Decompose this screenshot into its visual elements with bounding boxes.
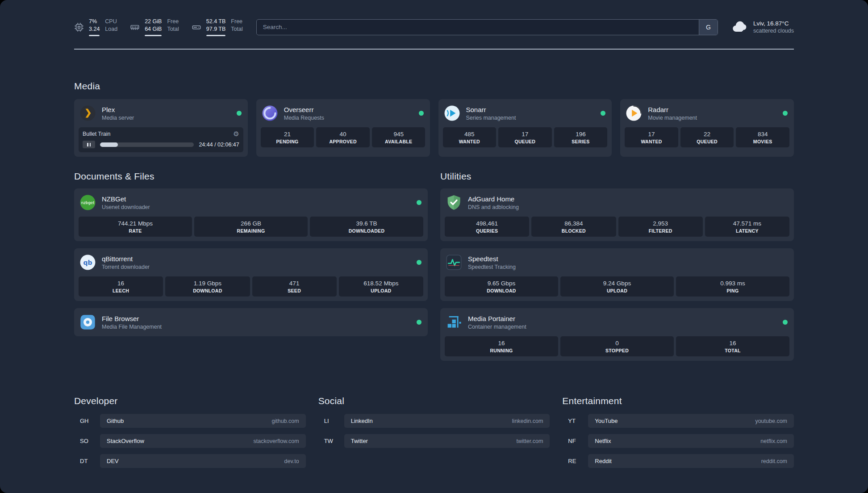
playback-progress-fill: [100, 142, 118, 147]
status-dot: [417, 200, 421, 205]
service-card-plex[interactable]: Plex Media server Bullet Train ⚙: [74, 99, 248, 157]
stat-ping: 0.993 ms PING: [676, 276, 789, 297]
stat-rate: 744.21 Mbps RATE: [79, 217, 192, 237]
bookmark-twitter[interactable]: TW Twitter twitter.com: [318, 434, 550, 448]
section-title-utilities: Utilities: [440, 171, 794, 182]
status-dot: [417, 260, 421, 265]
disk-total-label: Total: [231, 25, 242, 33]
memory-usage-bar: [145, 35, 162, 36]
bookmark-reddit[interactable]: RE Reddit reddit.com: [562, 454, 794, 468]
service-description: Media File Management: [102, 324, 162, 330]
stat-downloaded: 39.6 TB DOWNLOADED: [310, 217, 423, 237]
dashboard-page: 7% CPU 3.24 Load 22: [0, 0, 868, 493]
sonarr-icon: [444, 105, 460, 121]
service-card-sonarr[interactable]: Sonarr Series management 485 WANTED 17 Q…: [438, 99, 612, 157]
bookmark-abbr: DT: [74, 454, 100, 468]
cpu-load-label: Load: [105, 25, 117, 33]
stat-upload: 9.24 Gbps UPLOAD: [560, 276, 674, 297]
bookmark-group-entertainment: Entertainment YT YouTube youtube.com NF …: [562, 396, 794, 474]
stat-approved: 40 APPROVED: [316, 127, 370, 147]
topbar: 7% CPU 3.24 Load 22: [74, 0, 794, 36]
memory-free: 22 GiB: [145, 18, 162, 25]
cpu-label: CPU: [105, 18, 117, 25]
cloud-icon: [731, 20, 748, 35]
stat-pending: 21 PENDING: [261, 127, 314, 147]
service-name: qBittorrent: [102, 255, 150, 263]
stat-filtered: 2,953 FILTERED: [618, 217, 703, 237]
service-description: Movie management: [648, 115, 697, 121]
status-dot: [417, 320, 421, 325]
weather-location: Lviv, 16.87°C: [753, 20, 794, 27]
stat-remaining: 266 GB REMAINING: [194, 217, 308, 237]
disk-usage-bar: [206, 35, 226, 36]
service-description: Series management: [466, 115, 516, 121]
section-title-developer: Developer: [74, 396, 306, 406]
section-documents: Documents & Files nzbget: [74, 171, 428, 361]
bookmark-pill: LinkedIn linkedin.com: [344, 414, 550, 428]
status-dot: [783, 320, 788, 325]
service-name: Plex: [102, 106, 134, 113]
bookmark-group-social: Social LI LinkedIn linkedin.com TW Twitt…: [318, 396, 550, 474]
service-card-portainer[interactable]: Media Portainer Container management 16 …: [440, 308, 794, 361]
cpu-percent: 7%: [89, 18, 100, 25]
stat-total: 16 TOTAL: [676, 336, 789, 356]
bookmarks: Developer GH Github github.com SO StackO…: [74, 396, 794, 493]
gear-icon[interactable]: ⚙: [233, 130, 239, 137]
stat-leech: 16 LEECH: [79, 276, 163, 297]
service-card-nzbget[interactable]: nzbget NZBGet Usenet downloader 74: [74, 188, 428, 241]
header-divider: [74, 49, 794, 50]
disk-total: 97.9 TB: [206, 25, 226, 33]
bookmark-pill: DEV dev.to: [100, 454, 306, 468]
cpu-widget: 7% CPU 3.24 Load: [74, 18, 117, 36]
service-card-filebrowser[interactable]: File Browser Media File Management: [74, 308, 428, 336]
bookmark-netflix[interactable]: NF Netflix netflix.com: [562, 434, 794, 448]
section-media: Media Plex Media server: [74, 81, 794, 157]
bookmark-pill: Twitter twitter.com: [344, 434, 550, 448]
service-description: Media Requests: [284, 115, 324, 121]
stat-wanted: 485 WANTED: [443, 127, 497, 147]
weather-widget: Lviv, 16.87°C scattered clouds: [731, 20, 794, 35]
bookmark-github[interactable]: GH Github github.com: [74, 414, 306, 428]
search-provider-button[interactable]: G: [699, 20, 718, 35]
stat-running: 16 RUNNING: [445, 336, 558, 356]
search-input[interactable]: [257, 20, 699, 35]
stat-seed: 471 SEED: [252, 276, 337, 297]
bookmark-pill: StackOverflow stackoverflow.com: [100, 434, 306, 448]
disk-icon: [192, 22, 201, 32]
memory-free-label: Free: [167, 18, 179, 25]
disk-widget: 52.4 TB Free 97.9 TB Total: [192, 18, 243, 36]
radarr-icon: [626, 105, 642, 121]
section-utilities: Utilities: [440, 171, 794, 361]
overseerr-icon: [262, 105, 278, 121]
section-title-entertainment: Entertainment: [562, 396, 794, 406]
service-card-adguard[interactable]: AdGuard Home DNS and adblocking 498,461 …: [440, 188, 794, 241]
stat-queries: 498,461 QUERIES: [445, 217, 529, 237]
service-card-qbittorrent[interactable]: qb qBittorrent Torrent downloader: [74, 248, 428, 301]
stat-queued: 17 QUEUED: [498, 127, 552, 147]
svg-text:qb: qb: [83, 259, 92, 266]
weather-condition: scattered clouds: [753, 27, 794, 35]
plex-now-playing: Bullet Train ⚙ 24:44 / 02:06:47: [79, 127, 243, 152]
service-card-overseerr[interactable]: Overseerr Media Requests 21 PENDING 40 A…: [256, 99, 430, 157]
resource-widgets: 7% CPU 3.24 Load 22: [74, 18, 243, 36]
bookmark-dev[interactable]: DT DEV dev.to: [74, 454, 306, 468]
service-card-speedtest[interactable]: Speedtest Speedtest Tracking 9.65 Gbps D…: [440, 248, 794, 301]
stat-wanted: 17 WANTED: [625, 127, 678, 147]
service-name: AdGuard Home: [468, 195, 519, 203]
playback-progress-bar[interactable]: [100, 142, 194, 147]
service-name: Speedtest: [468, 255, 516, 263]
status-dot: [783, 111, 788, 116]
status-dot: [237, 111, 242, 116]
bookmark-linkedin[interactable]: LI LinkedIn linkedin.com: [318, 414, 550, 428]
portainer-icon: [446, 314, 462, 330]
stat-stopped: 0 STOPPED: [560, 336, 674, 356]
service-card-radarr[interactable]: Radarr Movie management 17 WANTED 22 QUE…: [620, 99, 794, 157]
status-dot: [419, 111, 424, 116]
pause-button[interactable]: [83, 141, 95, 148]
bookmark-youtube[interactable]: YT YouTube youtube.com: [562, 414, 794, 428]
stat-queued: 22 QUEUED: [680, 127, 734, 147]
now-playing-title: Bullet Train: [83, 131, 111, 137]
section-title-social: Social: [318, 396, 550, 406]
service-description: DNS and adblocking: [468, 204, 519, 210]
bookmark-stackoverflow[interactable]: SO StackOverflow stackoverflow.com: [74, 434, 306, 448]
